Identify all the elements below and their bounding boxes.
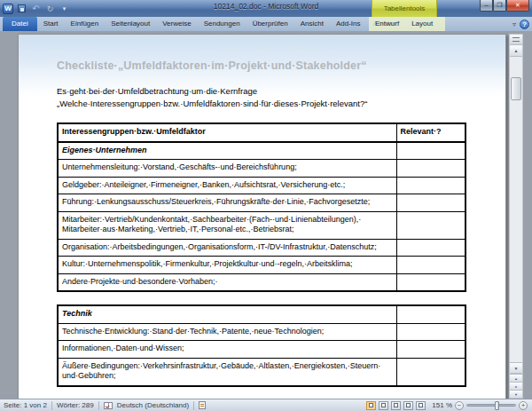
- statusbar-divider: [98, 401, 99, 410]
- table-row: Technik: [58, 305, 466, 323]
- table-row: Mitarbeiter:​·​Vertrieb/Kundenkontakt,​·…: [58, 211, 466, 239]
- vertical-scrollbar[interactable]: ▲ ▼ ▲ ● ▼: [509, 34, 523, 399]
- language-indicator[interactable]: Deutsch (Deutschland): [117, 401, 189, 409]
- zoom-out-button[interactable]: −: [455, 401, 464, 410]
- scroll-up-icon[interactable]: ▲: [510, 45, 522, 57]
- relevant-cell[interactable]: [396, 194, 466, 212]
- draft-view-button[interactable]: [416, 401, 426, 410]
- header-cell-relevant[interactable]: Relevant​·​?: [396, 123, 466, 142]
- word-count[interactable]: Wörter: 289: [57, 401, 94, 409]
- draft-icon: [419, 403, 423, 407]
- tab-datei[interactable]: Datei: [3, 17, 37, 31]
- document-page: Checkliste​·​„Umfeldfaktoren​·​im​·​Proj…: [18, 34, 506, 399]
- scrollbar-thumb[interactable]: [511, 77, 521, 100]
- help-icon[interactable]: ?: [520, 20, 529, 29]
- next-object-icon[interactable]: ▼: [510, 390, 522, 398]
- scroll-down-icon[interactable]: ▼: [510, 362, 522, 374]
- zoom-in-button[interactable]: +: [519, 401, 528, 410]
- tab-layout[interactable]: Layout: [405, 17, 439, 31]
- tab-entwurf[interactable]: Entwurf: [369, 17, 405, 31]
- statusbar-divider: [193, 401, 194, 410]
- maximize-button[interactable]: ❐: [493, 0, 506, 12]
- tab-addins[interactable]: Add-Ins: [330, 17, 367, 31]
- relevant-cell[interactable]: [396, 323, 466, 341]
- weblayout-icon: [394, 403, 398, 407]
- relevant-cell[interactable]: [396, 142, 466, 160]
- previous-object-icon[interactable]: ▲: [510, 374, 522, 382]
- minimize-button[interactable]: –: [480, 0, 493, 12]
- header-cell-interessengruppen[interactable]: Interessengruppen​·​bzw.​·​Umfeldfaktor: [58, 123, 396, 142]
- tab-sendungen[interactable]: Sendungen: [198, 17, 246, 31]
- relevant-cell[interactable]: [396, 239, 466, 257]
- document-heading[interactable]: Checkliste​·​„Umfeldfaktoren​·​im​·​Proj…: [57, 59, 464, 72]
- factor-cell[interactable]: Kultur:​·​Unternehmenspolitik,​·​Firmenk…: [58, 257, 396, 274]
- page-content: Checkliste​·​„Umfeldfaktoren​·​im​·​Proj…: [19, 59, 505, 387]
- zoom-level[interactable]: 151 %: [432, 401, 452, 409]
- statusbar-right: 151 % − +: [366, 401, 532, 410]
- scrollbar-bottom-group: ▼ ▲ ● ▼: [510, 362, 522, 398]
- factor-cell[interactable]: Führung:​·​Lenkungsausschuss/Steuerkreis…: [58, 194, 396, 212]
- select-browse-object-icon[interactable]: ●: [510, 382, 522, 390]
- technik-table: Technik Technische​·​Entwicklung:​·​Stan…: [57, 304, 466, 387]
- tab-einfuegen[interactable]: Einfügen: [65, 17, 106, 31]
- factor-cell[interactable]: Mitarbeiter:​·​Vertrieb/Kundenkontakt,​·…: [58, 211, 396, 239]
- factor-cell[interactable]: Unternehmensleitung:​·​Vorstand,​·​Gesch…: [58, 160, 396, 178]
- spellcheck-icon[interactable]: [104, 402, 113, 409]
- tab-start[interactable]: Start: [37, 17, 65, 31]
- close-button[interactable]: ✕: [506, 0, 529, 12]
- relevant-cell[interactable]: [396, 273, 466, 291]
- table-row: Andere​·​Projekte​·​und​·​besondere​·​Vo…: [58, 273, 466, 291]
- intro-paragraph[interactable]: Es​·​geht​·​bei​·​der​·​Umfeldbetrachtun…: [57, 85, 464, 109]
- titlebar: W ↶ ↻ ▾ 10214_02.doc - Microsoft Word Ta…: [0, 0, 532, 17]
- table-row: Eigenes​·​Unternehmen: [58, 142, 466, 160]
- relevant-cell[interactable]: [396, 341, 466, 359]
- weblayout-view-button[interactable]: [391, 401, 401, 410]
- statusbar-left: Seite: 1 von 2 Wörter: 289 Deutsch (Deut…: [0, 401, 206, 410]
- tab-seitenlayout[interactable]: Seitenlayout: [105, 17, 156, 31]
- expand-ribbon-icon[interactable]: ▿: [512, 20, 516, 28]
- ribbon-tab-row: Datei Start Einfügen Seitenlayout Verwei…: [0, 17, 532, 31]
- relevant-cell[interactable]: [396, 177, 466, 194]
- tab-verweise[interactable]: Verweise: [156, 17, 197, 31]
- relevant-cell[interactable]: [396, 211, 466, 239]
- tabellentools-label: Tabellentools: [372, 0, 437, 17]
- relevant-cell[interactable]: [396, 305, 466, 323]
- stakeholder-table: Interessengruppen​·​bzw.​·​Umfeldfaktor …: [57, 123, 466, 292]
- window-controls: – ❐ ✕: [480, 0, 529, 12]
- intro-line-2[interactable]: „Welche​·​Interessengruppen​·​bzw.​·​Umf…: [57, 98, 464, 110]
- tab-ueberpruefen[interactable]: Überprüfen: [246, 17, 294, 31]
- factor-cell[interactable]: Geldgeber:​·​Anteileigner,​·​Firmeneigne…: [58, 177, 396, 194]
- relevant-cell[interactable]: [396, 160, 466, 178]
- print-layout-view-button[interactable]: [366, 401, 376, 410]
- section-cell[interactable]: Eigenes​·​Unternehmen: [58, 142, 396, 160]
- contextual-tabs: Entwurf Layout: [369, 17, 445, 31]
- statusbar: Seite: 1 von 2 Wörter: 289 Deutsch (Deut…: [0, 399, 532, 411]
- zoom-slider-thumb[interactable]: [495, 401, 499, 410]
- outline-view-button[interactable]: [403, 401, 413, 410]
- factor-cell[interactable]: Äußere​·​Bedingungen:​·​Verkehrsinfrastr…: [58, 358, 396, 386]
- ribbon-right-controls: ▿ ?: [512, 17, 529, 31]
- intro-line-1[interactable]: Es​·​geht​·​bei​·​der​·​Umfeldbetrachtun…: [57, 85, 464, 98]
- table-row: Kultur:​·​Unternehmenspolitik,​·​Firmenk…: [58, 257, 466, 274]
- fullscreen-view-button[interactable]: [379, 401, 388, 410]
- zoom-slider[interactable]: [466, 404, 516, 407]
- ruler-toggle-button[interactable]: [510, 35, 522, 45]
- fullscreen-icon: [381, 403, 386, 407]
- tab-ansicht[interactable]: Ansicht: [294, 17, 330, 31]
- outline-icon: [406, 403, 411, 407]
- table-row: Unternehmensleitung:​·​Vorstand,​·​Gesch…: [58, 160, 466, 178]
- factor-cell[interactable]: Andere​·​Projekte​·​und​·​besondere​·​Vo…: [58, 273, 396, 291]
- factor-cell[interactable]: Informationen,​·​Daten​·​und​·​Wissen;: [58, 341, 396, 359]
- table-row: Technische​·​Entwicklung:​·​Stand​·​der​…: [58, 323, 466, 341]
- factor-cell[interactable]: Organisation:​·​Arbeitsbedingungen,​·​Or…: [58, 239, 396, 257]
- macro-record-icon[interactable]: [199, 401, 206, 409]
- table-header-row: Interessengruppen​·​bzw.​·​Umfeldfaktor …: [58, 123, 466, 142]
- factor-cell[interactable]: Technische​·​Entwicklung:​·​Stand​·​der​…: [58, 323, 396, 341]
- table-row: Äußere​·​Bedingungen:​·​Verkehrsinfrastr…: [58, 358, 466, 386]
- ruler-icon: [512, 37, 520, 42]
- relevant-cell[interactable]: [396, 358, 466, 386]
- section-cell[interactable]: Technik: [58, 305, 396, 323]
- relevant-cell[interactable]: [396, 257, 466, 274]
- table-row: Informationen,​·​Daten​·​und​·​Wissen;: [58, 341, 466, 359]
- page-indicator[interactable]: Seite: 1 von 2: [4, 401, 47, 409]
